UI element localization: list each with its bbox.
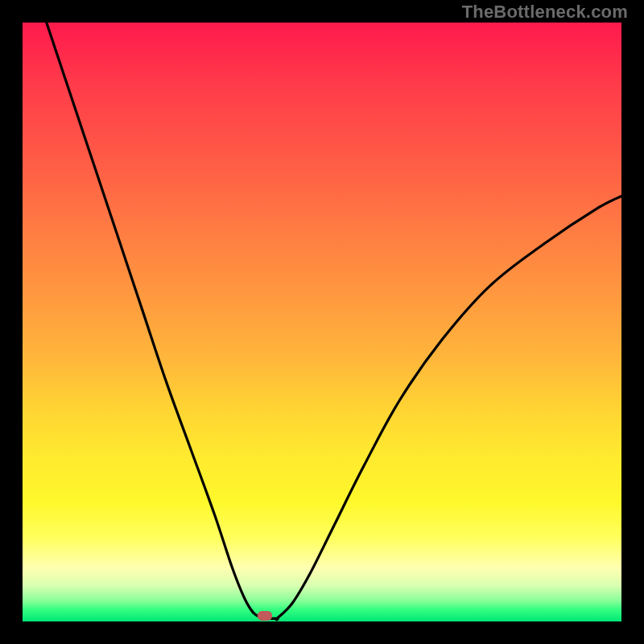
bottleneck-curve (23, 23, 621, 621)
optimum-marker (258, 611, 272, 621)
chart-frame: TheBottleneck.com (0, 0, 644, 644)
plot-area (23, 23, 621, 621)
watermark-text: TheBottleneck.com (462, 2, 628, 23)
